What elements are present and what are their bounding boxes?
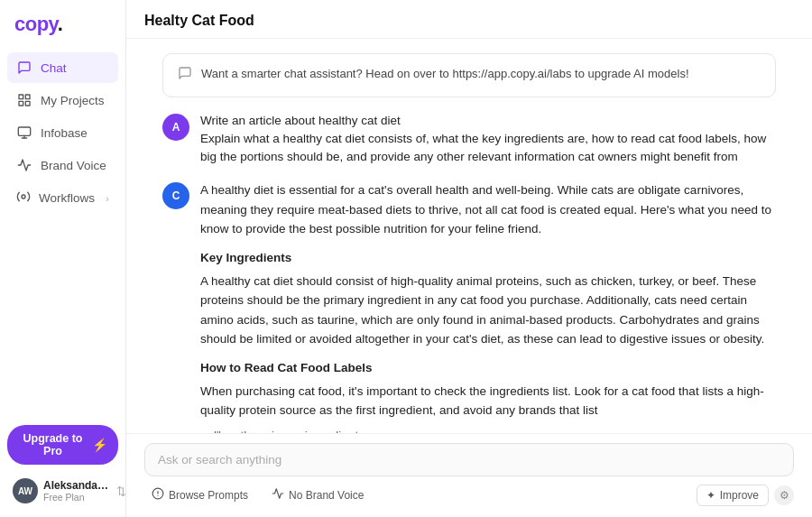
- sidebar-bottom: Upgrade to Pro ⚡ AW Aleksandar's... Free…: [0, 414, 125, 517]
- user-message: A Write an article about healthy cat die…: [162, 112, 776, 167]
- ai-avatar-message: C: [162, 182, 189, 209]
- prompts-icon: [152, 487, 164, 503]
- sidebar: copy. Chat My Projects: [0, 0, 126, 517]
- chevron-right-icon: ›: [106, 193, 109, 204]
- avatar: AW: [13, 478, 38, 503]
- brand-voice-small-icon: [272, 487, 284, 503]
- banner-text: Want a smarter chat assistant? Head on o…: [201, 65, 689, 83]
- ai-section-heading-2: How to Read Cat Food Labels: [200, 358, 776, 378]
- ai-section-body-2: When purchasing cat food, it's important…: [200, 382, 776, 420]
- chevron-up-down-icon: ⇅: [116, 485, 126, 498]
- no-brand-voice-label: No Brand Voice: [289, 489, 364, 502]
- svg-point-7: [22, 195, 25, 198]
- chat-input[interactable]: Ask or search anything: [144, 443, 794, 476]
- upgrade-button[interactable]: Upgrade to Pro ⚡: [7, 425, 118, 465]
- user-name: Aleksandar's...: [43, 479, 111, 492]
- brand-voice-button[interactable]: No Brand Voice: [264, 484, 371, 506]
- projects-icon: [16, 92, 32, 108]
- svg-rect-4: [18, 127, 30, 135]
- app-logo: copy.: [0, 0, 125, 52]
- input-footer: Browse Prompts No Brand Voice ✦ Improve: [144, 484, 794, 506]
- ai-section-heading-1: Key Ingredients: [200, 248, 776, 268]
- page-title: Healty Cat Food: [126, 0, 812, 39]
- user-info: Aleksandar's... Free Plan: [38, 479, 116, 503]
- sidebar-nav: Chat My Projects Infobase: [0, 52, 125, 414]
- user-plan: Free Plan: [43, 492, 111, 503]
- settings-circle-button[interactable]: ⚙: [774, 485, 794, 505]
- message-square-icon: [178, 66, 192, 86]
- user-avatar-message: A: [162, 114, 189, 141]
- svg-rect-3: [25, 101, 30, 106]
- svg-rect-0: [19, 95, 23, 99]
- sidebar-item-label: My Projects: [41, 94, 105, 107]
- ai-message: C A healthy diet is essential for a cat'…: [162, 180, 776, 433]
- improve-icon: ✦: [706, 489, 715, 502]
- improve-button[interactable]: ✦ Improve: [697, 485, 769, 506]
- sidebar-item-label: Workflows: [39, 191, 95, 205]
- infobase-icon: [16, 125, 32, 141]
- info-banner: Want a smarter chat assistant? Head on o…: [162, 53, 776, 97]
- svg-rect-1: [25, 95, 30, 99]
- sidebar-item-label: Chat: [41, 61, 67, 75]
- sidebar-item-label: Infobase: [41, 126, 88, 140]
- upgrade-icon: ⚡: [92, 438, 107, 452]
- sidebar-item-label: Brand Voice: [41, 159, 106, 172]
- input-placeholder: Ask or search anything: [158, 453, 281, 466]
- sidebar-item-my-projects[interactable]: My Projects: [7, 85, 118, 115]
- ai-section-body-1: A healthy cat diet should consist of hig…: [200, 272, 776, 349]
- settings-icon: ⚙: [780, 489, 789, 502]
- user-profile[interactable]: AW Aleksandar's... Free Plan ⇅: [7, 474, 118, 508]
- svg-rect-2: [19, 101, 23, 106]
- ai-intro: A healthy diet is essential for a cat's …: [200, 180, 776, 239]
- improve-label: Improve: [720, 489, 759, 502]
- brand-voice-icon: [16, 157, 32, 173]
- main-content: Healty Cat Food Want a smarter chat assi…: [126, 0, 812, 517]
- browse-prompts-label: Browse Prompts: [169, 489, 248, 502]
- sidebar-item-brand-voice[interactable]: Brand Voice: [7, 150, 118, 180]
- user-message-text: Write an article about healthy cat diet …: [200, 112, 776, 167]
- chat-icon: [16, 60, 32, 76]
- workflows-icon: [16, 189, 31, 207]
- browse-prompts-button[interactable]: Browse Prompts: [144, 484, 255, 506]
- chat-area: Want a smarter chat assistant? Head on o…: [126, 39, 812, 433]
- sidebar-item-workflows[interactable]: Workflows ›: [7, 182, 118, 214]
- input-right-actions: ✦ Improve ⚙: [697, 485, 794, 506]
- input-area: Ask or search anything Browse Prompts: [126, 433, 812, 517]
- sidebar-item-chat[interactable]: Chat: [7, 52, 118, 83]
- sidebar-item-infobase[interactable]: Infobase: [7, 117, 118, 148]
- ai-section-body-3: eal" as the primary ingredient.: [200, 426, 776, 433]
- ai-message-content: A healthy diet is essential for a cat's …: [200, 180, 776, 433]
